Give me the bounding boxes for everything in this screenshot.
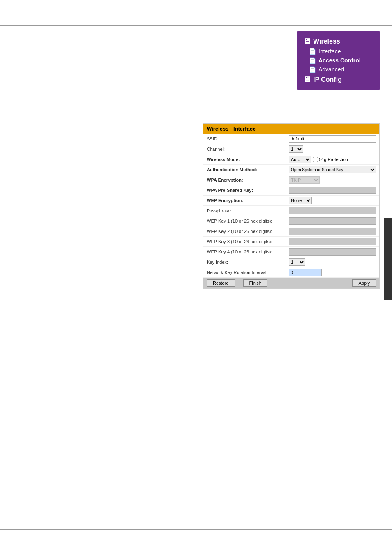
channel-select[interactable]: 1234 5678 91011 [289,145,303,153]
nav-advanced[interactable]: 📄 Advanced [302,65,376,74]
apply-button[interactable]: Apply [352,279,376,287]
channel-row: Channel: 1234 5678 91011 [203,144,379,154]
wep-key2-row: WEP Key 2 (10 or 26 hex digits): [203,226,379,237]
nav-access-control[interactable]: 📄 Access Control [302,56,376,65]
auth-method-select[interactable]: Open System or Shared Key WPA WPA2 [289,166,376,173]
nav-ip-config[interactable]: 🖥 IP Config [302,74,376,85]
wep-key4-control [289,248,376,256]
wireless-mode-control: AutoB onlyG only 54g Protection [289,156,376,163]
passphrase-control [289,207,376,214]
wep-key3-input[interactable] [289,238,376,245]
key-index-row: Key Index: 1234 [203,257,379,267]
wpa-encryption-control: TKIPAESTKIP+AES [289,176,376,184]
wep-key3-control [289,238,376,245]
wpa-psk-label: WPA Pre-Shared Key: [207,188,289,193]
wep-encryption-control: None64-bit128-bit [289,197,376,204]
advanced-icon: 📄 [309,66,316,73]
panel-header: Wireless - Interface [203,124,379,134]
54g-protection-checkbox[interactable] [313,157,318,162]
wpa-encryption-label: WPA Encryption: [207,177,289,182]
wireless-icon: 🖥 [303,37,311,46]
navigation-menu: 🖥 Wireless 📄 Interface 📄 Access Control … [297,31,380,90]
wep-key2-input[interactable] [289,228,376,235]
wireless-mode-label: Wireless Mode: [207,157,289,162]
ssid-label: SSID: [207,136,289,141]
channel-label: Channel: [207,147,289,152]
bottom-border [0,529,392,530]
passphrase-label: Passphrase: [207,208,289,213]
wireless-mode-select[interactable]: AutoB onlyG only [289,156,311,163]
nav-wireless-label: Wireless [313,38,340,45]
key-index-label: Key Index: [207,260,289,265]
nav-wireless[interactable]: 🖥 Wireless [302,36,376,47]
restore-button[interactable]: Restore [207,279,235,287]
ip-config-icon: 🖥 [303,75,311,84]
nav-interface[interactable]: 📄 Interface [302,47,376,56]
wep-key2-label: WEP Key 2 (10 or 26 hex digits): [207,229,289,234]
network-key-rotation-label: Network Key Rotation Interval: [207,270,289,275]
wep-key3-label: WEP Key 3 (10 or 26 hex digits): [207,239,289,244]
auth-method-label: Authentication Method: [207,167,289,172]
nav-interface-label: Interface [318,48,341,55]
right-tab [384,218,392,300]
key-index-select[interactable]: 1234 [289,258,305,266]
network-key-rotation-input[interactable] [289,269,322,276]
button-row: Restore Finish Apply [203,278,379,288]
channel-control: 1234 5678 91011 [289,145,376,153]
passphrase-input[interactable] [289,207,376,214]
nav-access-control-label: Access Control [318,57,361,64]
interface-icon: 📄 [309,48,316,55]
wep-key4-input[interactable] [289,248,376,256]
wpa-encryption-row: WPA Encryption: TKIPAESTKIP+AES [203,175,379,185]
top-border [0,25,392,26]
auth-method-row: Authentication Method: Open System or Sh… [203,165,379,175]
wep-key1-label: WEP Key 1 (10 or 26 hex digits): [207,219,289,223]
ssid-input[interactable] [289,135,376,143]
wep-key1-control [289,217,376,225]
54g-protection-label: 54g Protection [313,157,348,162]
panel-body: SSID: Channel: 1234 5678 91011 Wireless … [203,134,379,288]
wpa-psk-row: WPA Pre-Shared Key: [203,185,379,196]
wep-key4-row: WEP Key 4 (10 or 26 hex digits): [203,247,379,257]
key-index-control: 1234 [289,258,376,266]
network-key-rotation-row: Network Key Rotation Interval: [203,267,379,278]
wireless-mode-row: Wireless Mode: AutoB onlyG only 54g Prot… [203,154,379,165]
wpa-psk-control [289,187,376,194]
finish-button[interactable]: Finish [243,279,267,287]
wep-key1-input[interactable] [289,217,376,225]
wpa-encryption-select[interactable]: TKIPAESTKIP+AES [289,176,320,184]
wep-key4-label: WEP Key 4 (10 or 26 hex digits): [207,249,289,254]
access-control-icon: 📄 [309,57,316,64]
wep-encryption-select[interactable]: None64-bit128-bit [289,197,312,204]
wep-encryption-label: WEP Encryption: [207,198,289,203]
wep-encryption-row: WEP Encryption: None64-bit128-bit [203,196,379,206]
wep-key1-row: WEP Key 1 (10 or 26 hex digits): [203,216,379,226]
network-key-rotation-control [289,269,376,276]
nav-ip-config-label: IP Config [313,76,342,83]
panel-title: Wireless - Interface [207,126,256,132]
ssid-row: SSID: [203,134,379,144]
nav-advanced-label: Advanced [318,66,344,73]
wep-key3-row: WEP Key 3 (10 or 26 hex digits): [203,237,379,247]
passphrase-row: Passphrase: [203,206,379,216]
wpa-psk-input[interactable] [289,187,376,194]
wireless-interface-panel: Wireless - Interface SSID: Channel: 1234… [203,123,380,289]
ssid-control [289,135,376,143]
auth-method-control: Open System or Shared Key WPA WPA2 [289,166,376,173]
wep-key2-control [289,228,376,235]
